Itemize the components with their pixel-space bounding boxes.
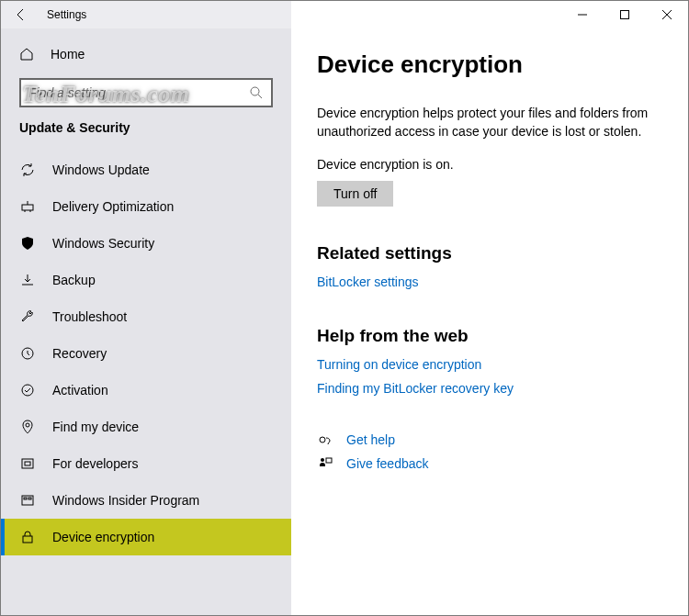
- svg-point-9: [26, 423, 29, 427]
- get-help-icon: [317, 432, 333, 447]
- svg-line-5: [258, 95, 262, 98]
- svg-rect-18: [326, 458, 332, 463]
- sidebar-section-header: Update & Security: [1, 120, 291, 144]
- sidebar-item-windows-insider[interactable]: Windows Insider Program: [1, 482, 291, 519]
- sidebar-item-windows-update[interactable]: Windows Update: [1, 151, 291, 188]
- backup-icon: [19, 273, 36, 287]
- sidebar-item-device-encryption[interactable]: Device encryption: [1, 519, 291, 555]
- description-text: Device encryption helps protect your fil…: [317, 105, 662, 140]
- svg-rect-11: [25, 462, 30, 465]
- checkmark-icon: [19, 383, 36, 398]
- home-icon: [19, 47, 34, 62]
- nav-label: Recovery: [52, 346, 107, 361]
- content-pane: Device encryption Device encryption help…: [291, 28, 688, 615]
- svg-rect-15: [23, 536, 32, 543]
- page-title: Device encryption: [317, 50, 662, 79]
- search-field[interactable]: [28, 85, 249, 100]
- sidebar-item-for-developers[interactable]: For developers: [1, 445, 291, 482]
- close-button[interactable]: [646, 1, 688, 28]
- svg-point-8: [22, 385, 33, 396]
- sidebar-item-delivery-optimization[interactable]: Delivery Optimization: [1, 188, 291, 225]
- help-link-turning-on[interactable]: Turning on device encryption: [317, 357, 662, 372]
- sidebar: Home Update & Security Windows Update De…: [1, 28, 291, 615]
- nav-label: Delivery Optimization: [52, 199, 174, 214]
- svg-rect-14: [28, 498, 31, 499]
- feedback-icon: [317, 456, 333, 471]
- shield-icon: [19, 236, 36, 251]
- nav-label: Find my device: [52, 420, 139, 434]
- sidebar-item-find-my-device[interactable]: Find my device: [1, 409, 291, 445]
- home-label: Home: [51, 47, 85, 62]
- nav-label: For developers: [52, 456, 138, 471]
- sidebar-item-backup[interactable]: Backup: [1, 262, 291, 298]
- help-from-web-header: Help from the web: [317, 326, 662, 346]
- nav-label: Windows Insider Program: [52, 493, 199, 508]
- minimize-button[interactable]: [561, 1, 604, 28]
- nav-label: Troubleshoot: [52, 309, 127, 324]
- delivery-icon: [19, 199, 36, 214]
- nav-label: Windows Security: [52, 236, 154, 251]
- search-icon: [249, 85, 264, 100]
- recovery-icon: [19, 346, 36, 361]
- svg-rect-1: [621, 11, 629, 19]
- svg-point-17: [321, 458, 324, 462]
- nav-label: Activation: [52, 383, 108, 398]
- maximize-button[interactable]: [604, 1, 646, 28]
- insider-icon: [19, 493, 36, 508]
- search-input[interactable]: [19, 78, 273, 107]
- svg-rect-13: [24, 498, 27, 499]
- svg-rect-6: [22, 205, 33, 210]
- bitlocker-settings-link[interactable]: BitLocker settings: [317, 274, 662, 289]
- sidebar-item-activation[interactable]: Activation: [1, 372, 291, 409]
- wrench-icon: [19, 309, 36, 324]
- back-button[interactable]: [1, 1, 41, 28]
- lock-icon: [19, 530, 36, 544]
- related-settings-header: Related settings: [317, 243, 662, 263]
- sidebar-item-troubleshoot[interactable]: Troubleshoot: [1, 298, 291, 335]
- nav-label: Backup: [52, 273, 96, 287]
- status-text: Device encryption is on.: [317, 157, 662, 172]
- sidebar-item-windows-security[interactable]: Windows Security: [1, 225, 291, 262]
- turn-off-button[interactable]: Turn off: [317, 181, 393, 207]
- nav-label: Device encryption: [52, 530, 154, 544]
- help-link-recovery-key[interactable]: Finding my BitLocker recovery key: [317, 381, 662, 396]
- give-feedback-link[interactable]: Give feedback: [346, 456, 429, 471]
- sidebar-home[interactable]: Home: [1, 36, 291, 73]
- location-icon: [19, 420, 36, 434]
- svg-point-16: [320, 437, 325, 442]
- developer-icon: [19, 456, 36, 471]
- window-title: Settings: [47, 8, 86, 21]
- svg-point-4: [251, 87, 259, 95]
- get-help-link[interactable]: Get help: [346, 432, 395, 447]
- svg-rect-10: [22, 459, 33, 468]
- sidebar-item-recovery[interactable]: Recovery: [1, 335, 291, 372]
- sync-icon: [19, 162, 36, 177]
- titlebar: Settings: [1, 1, 688, 28]
- nav-label: Windows Update: [52, 162, 150, 177]
